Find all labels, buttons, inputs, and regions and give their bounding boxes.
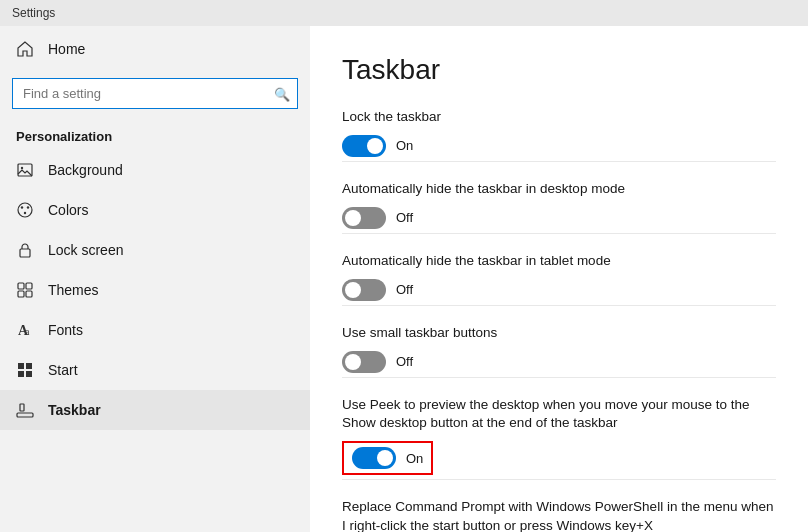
fonts-icon: Aa: [16, 321, 34, 339]
home-icon: [16, 40, 34, 58]
svg-rect-10: [26, 291, 32, 297]
setting-block-hide-tablet: Automatically hide the taskbar in tablet…: [342, 252, 776, 306]
sidebar-home-label: Home: [48, 41, 85, 57]
svg-rect-7: [18, 283, 24, 289]
svg-point-3: [21, 206, 23, 208]
setting-block-hide-desktop: Automatically hide the taskbar in deskto…: [342, 180, 776, 234]
toggle-knob-hide-tablet: [345, 282, 361, 298]
sidebar-items-container: BackgroundColorsLock screenThemesAaFonts…: [0, 150, 310, 430]
sidebar-item-label-start: Start: [48, 362, 78, 378]
toggle-hide-desktop[interactable]: [342, 207, 386, 229]
toggle-value-hide-desktop: Off: [396, 210, 413, 225]
sidebar: Home 🔍 Personalization BackgroundColorsL…: [0, 26, 310, 532]
toggle-hide-tablet[interactable]: [342, 279, 386, 301]
toggle-knob-lock-taskbar: [367, 138, 383, 154]
sidebar-item-label-fonts: Fonts: [48, 322, 83, 338]
svg-rect-18: [20, 404, 24, 411]
sidebar-item-label-background: Background: [48, 162, 123, 178]
svg-rect-15: [18, 371, 24, 377]
toggle-row-lock-taskbar: On: [342, 135, 776, 157]
setting-label-small-buttons: Use small taskbar buttons: [342, 324, 776, 343]
main-layout: Home 🔍 Personalization BackgroundColorsL…: [0, 26, 808, 532]
setting-label-lock-taskbar: Lock the taskbar: [342, 108, 776, 127]
svg-point-4: [27, 206, 29, 208]
setting-block-replace-cmd: Replace Command Prompt with Windows Powe…: [342, 498, 776, 532]
sidebar-item-themes[interactable]: Themes: [0, 270, 310, 310]
search-box-area: 🔍: [0, 72, 310, 119]
search-wrap: 🔍: [12, 78, 298, 109]
sidebar-section-label: Personalization: [0, 119, 310, 150]
svg-point-1: [21, 167, 23, 169]
start-icon: [16, 361, 34, 379]
sidebar-item-label-taskbar: Taskbar: [48, 402, 101, 418]
setting-label-hide-tablet: Automatically hide the taskbar in tablet…: [342, 252, 776, 271]
toggle-row-small-buttons: Off: [342, 351, 776, 373]
settings-list: Lock the taskbarOnAutomatically hide the…: [342, 108, 776, 532]
setting-block-peek-preview: Use Peek to preview the desktop when you…: [342, 396, 776, 481]
svg-text:a: a: [25, 326, 30, 337]
themes-icon: [16, 281, 34, 299]
setting-divider: [342, 377, 776, 378]
taskbar-icon: [16, 401, 34, 419]
title-bar-label: Settings: [12, 6, 55, 20]
image-icon: [16, 161, 34, 179]
setting-block-small-buttons: Use small taskbar buttonsOff: [342, 324, 776, 378]
svg-rect-9: [18, 291, 24, 297]
toggle-value-lock-taskbar: On: [396, 138, 413, 153]
sidebar-item-label-colors: Colors: [48, 202, 88, 218]
toggle-knob-small-buttons: [345, 354, 361, 370]
setting-divider: [342, 161, 776, 162]
svg-rect-17: [17, 413, 33, 417]
sidebar-item-lockscreen[interactable]: Lock screen: [0, 230, 310, 270]
toggle-value-peek-preview: On: [406, 451, 423, 466]
sidebar-item-label-lockscreen: Lock screen: [48, 242, 123, 258]
svg-rect-14: [26, 363, 32, 369]
svg-point-2: [18, 203, 32, 217]
setting-divider: [342, 479, 776, 480]
toggle-knob-hide-desktop: [345, 210, 361, 226]
setting-block-lock-taskbar: Lock the taskbarOn: [342, 108, 776, 162]
sidebar-item-start[interactable]: Start: [0, 350, 310, 390]
content-area: Taskbar Lock the taskbarOnAutomatically …: [310, 26, 808, 532]
toggle-small-buttons[interactable]: [342, 351, 386, 373]
setting-label-replace-cmd: Replace Command Prompt with Windows Powe…: [342, 498, 776, 532]
svg-rect-13: [18, 363, 24, 369]
setting-divider: [342, 233, 776, 234]
svg-rect-8: [26, 283, 32, 289]
search-input[interactable]: [12, 78, 298, 109]
toggle-peek-preview[interactable]: [352, 447, 396, 469]
toggle-value-hide-tablet: Off: [396, 282, 413, 297]
toggle-row-hide-desktop: Off: [342, 207, 776, 229]
setting-label-hide-desktop: Automatically hide the taskbar in deskto…: [342, 180, 776, 199]
highlighted-toggle-peek-preview: On: [342, 441, 433, 475]
palette-icon: [16, 201, 34, 219]
sidebar-item-label-themes: Themes: [48, 282, 99, 298]
setting-label-peek-preview: Use Peek to preview the desktop when you…: [342, 396, 776, 434]
sidebar-item-background[interactable]: Background: [0, 150, 310, 190]
sidebar-item-home[interactable]: Home: [0, 26, 310, 72]
toggle-lock-taskbar[interactable]: [342, 135, 386, 157]
setting-divider: [342, 305, 776, 306]
title-bar: Settings: [0, 0, 808, 26]
toggle-value-small-buttons: Off: [396, 354, 413, 369]
lock-icon: [16, 241, 34, 259]
svg-rect-6: [20, 249, 30, 257]
sidebar-item-taskbar[interactable]: Taskbar: [0, 390, 310, 430]
svg-point-5: [24, 212, 26, 214]
sidebar-item-fonts[interactable]: AaFonts: [0, 310, 310, 350]
toggle-row-hide-tablet: Off: [342, 279, 776, 301]
sidebar-item-colors[interactable]: Colors: [0, 190, 310, 230]
page-title: Taskbar: [342, 54, 776, 86]
svg-rect-16: [26, 371, 32, 377]
toggle-knob-peek-preview: [377, 450, 393, 466]
